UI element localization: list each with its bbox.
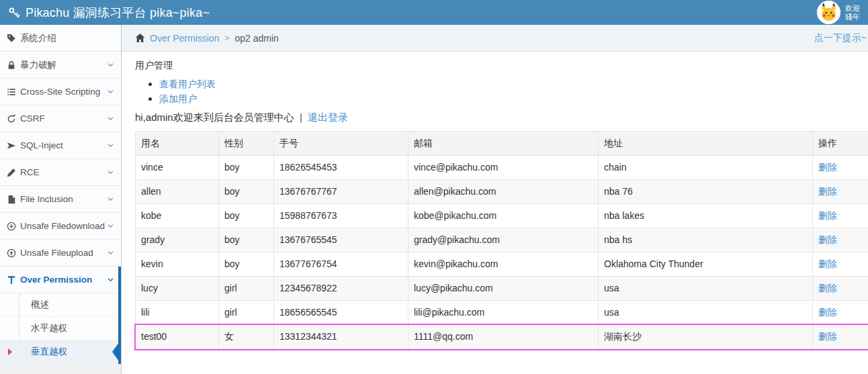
caret-right-icon <box>8 348 12 355</box>
cell-address: nba lakes <box>599 204 813 228</box>
page-layout: 系统介绍 暴力破解 Cross-Site Scripting CSRF <box>0 25 868 374</box>
delete-link[interactable]: 删除 <box>818 210 837 221</box>
home-icon[interactable] <box>135 33 145 43</box>
cell-address: Oklahoma City Thunder <box>599 252 813 277</box>
delete-link[interactable]: 删除 <box>818 186 837 197</box>
sidebar-item-over-permission[interactable]: Over Permission <box>0 267 121 293</box>
over-permission-submenu: 概述 水平越权 垂直越权 <box>0 293 121 364</box>
sidebar-item-brute-force[interactable]: 暴力破解 <box>0 52 121 79</box>
chevron-down-icon <box>107 142 114 149</box>
text-icon <box>7 275 20 285</box>
chevron-down-icon <box>107 169 114 176</box>
cell-gender: boy <box>219 228 274 252</box>
sidebar-item-label: SQL-Inject <box>20 140 63 150</box>
logout-link[interactable]: 退出登录 <box>308 111 348 123</box>
user-table: 用名 性别 手号 邮箱 地址 操作 vince boy 18626545453 … <box>135 131 868 349</box>
chevron-down-icon <box>107 195 114 203</box>
table-row: kevin boy 13677676754 kevin@pikachu.com … <box>136 252 868 277</box>
cell-email: lili@pikachu.com <box>408 301 599 325</box>
download-circle-icon <box>7 222 20 231</box>
submenu-item-label: 垂直越权 <box>31 346 67 358</box>
submenu-item-label: 概述 <box>31 299 49 311</box>
cell-email: grady@pikachu.com <box>408 228 599 252</box>
cell-username: lili <box>136 301 219 325</box>
delete-link[interactable]: 删除 <box>818 283 837 293</box>
add-user-link[interactable]: 添加用户 <box>159 93 197 104</box>
table-row: kobe boy 15988767673 kobe@pikachu.com nb… <box>136 204 868 228</box>
cell-gender: boy <box>219 204 274 228</box>
submenu-item-horizontal[interactable]: 水平越权 <box>0 317 121 340</box>
sidebar-item-label: CSRF <box>20 113 45 124</box>
sidebar-item-xss[interactable]: Cross-Site Scripting <box>0 79 121 105</box>
cell-phone: 15988767673 <box>274 204 408 228</box>
sidebar-item-label: Cross-Site Scripting <box>20 87 100 97</box>
col-header-action: 操作 <box>813 132 868 156</box>
chevron-down-icon <box>107 249 114 256</box>
sidebar-item-sql-inject[interactable]: SQL-Inject <box>0 132 121 159</box>
cell-phone: 12345678922 <box>274 277 408 301</box>
cell-username: kevin <box>136 252 219 277</box>
refresh-icon <box>7 114 20 124</box>
cell-action: 删除 <box>813 228 868 252</box>
list-item: 查看用户列表 <box>159 77 863 91</box>
col-header-address: 地址 <box>599 132 813 156</box>
cell-address: 湖南长沙 <box>599 325 813 349</box>
sidebar-item-label: RCE <box>20 167 40 177</box>
col-header-username: 用名 <box>136 132 219 156</box>
cell-phone: 13312344321 <box>274 325 408 349</box>
chevron-down-icon <box>107 222 114 230</box>
pikachu-avatar[interactable] <box>817 1 840 24</box>
main-area: Over Permission > op2 admin 点一下提示~ 用户管理 … <box>122 25 868 374</box>
cell-action: 删除 <box>813 180 868 204</box>
sidebar-item-csrf[interactable]: CSRF <box>0 105 121 132</box>
delete-link[interactable]: 删除 <box>818 259 837 269</box>
sidebar-item-label: 暴力破解 <box>20 59 56 71</box>
sidebar-item-system-intro[interactable]: 系统介绍 <box>0 25 121 52</box>
breadcrumb-current: op2 admin <box>234 33 278 44</box>
breadcrumb-section-link[interactable]: Over Permission <box>150 33 219 44</box>
sidebar-item-file-inclusion[interactable]: File Inclusion <box>0 186 121 213</box>
delete-link[interactable]: 删除 <box>818 307 837 318</box>
welcome-text: 欢迎 骚年 <box>845 4 860 21</box>
tags-icon <box>7 34 20 43</box>
list-icon <box>7 87 20 97</box>
cell-username: kobe <box>136 204 219 228</box>
list-item: 添加用户 <box>159 91 863 106</box>
top-bar: Pikachu 漏洞练习平台 pika~pika~ 欢迎 骚年 <box>0 0 868 25</box>
chevron-down-icon <box>107 61 114 68</box>
cell-username: grady <box>136 228 219 252</box>
cell-username: test00 <box>136 325 219 349</box>
cell-action: 删除 <box>813 277 868 301</box>
cell-email: kobe@pikachu.com <box>408 204 599 228</box>
cell-phone: 18656565545 <box>274 301 408 325</box>
lock-icon <box>7 60 20 70</box>
user-area[interactable]: 欢迎 骚年 <box>817 1 861 24</box>
cell-address: nba hs <box>599 228 813 252</box>
delete-link[interactable]: 删除 <box>818 162 837 173</box>
cell-email: lucy@pikachu.com <box>408 277 599 301</box>
sidebar: 系统介绍 暴力破解 Cross-Site Scripting CSRF <box>0 25 122 374</box>
cell-address: usa <box>599 277 813 301</box>
sidebar-item-rce[interactable]: RCE <box>0 159 121 186</box>
send-icon <box>7 141 20 150</box>
submenu-item-label: 水平越权 <box>31 322 67 334</box>
view-user-list-link[interactable]: 查看用户列表 <box>159 79 216 89</box>
delete-link[interactable]: 删除 <box>818 331 837 342</box>
hint-link[interactable]: 点一下提示~ <box>814 32 867 44</box>
cell-action: 删除 <box>813 156 868 180</box>
sidebar-item-label: Unsafe Fileupload <box>20 248 93 258</box>
cell-gender: 女 <box>219 325 274 349</box>
submenu-item-overview[interactable]: 概述 <box>0 293 121 317</box>
admin-welcome-text: hi,admin欢迎来到后台会员管理中心 <box>135 111 294 123</box>
key-icon <box>8 7 20 19</box>
sidebar-item-unsafe-fileupload[interactable]: Unsafe Fileupload <box>0 240 121 267</box>
cell-username: lucy <box>136 277 219 301</box>
cell-action: 删除 <box>813 301 868 325</box>
user-table-body: vince boy 18626545453 vince@pikachu.com … <box>136 156 868 349</box>
admin-welcome-line: hi,admin欢迎来到后台会员管理中心 | 退出登录 <box>135 111 863 124</box>
sidebar-item-unsafe-filedownload[interactable]: Unsafe Filedownload <box>0 213 121 240</box>
cell-email: kevin@pikachu.com <box>408 252 599 277</box>
delete-link[interactable]: 删除 <box>818 234 837 245</box>
app-title: Pikachu 漏洞练习平台 pika~pika~ <box>26 5 210 21</box>
submenu-item-vertical[interactable]: 垂直越权 <box>0 340 121 364</box>
